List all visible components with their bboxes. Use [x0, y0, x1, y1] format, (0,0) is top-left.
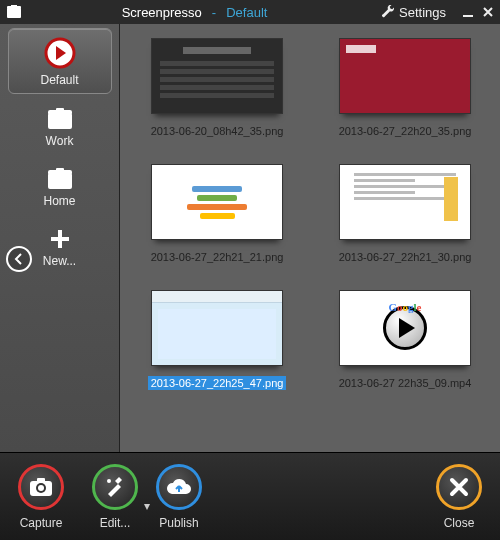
capture-label: Capture	[20, 516, 63, 530]
sidebar-item-label: Home	[43, 194, 75, 208]
folder-icon	[47, 108, 73, 130]
thumbnail-filename: 2013-06-27 22h35_09.mp4	[336, 376, 475, 390]
thumbnail-item[interactable]: 2013-06-27_22h25_47.png	[132, 290, 302, 390]
close-icon	[449, 477, 469, 497]
sidebar-item-home[interactable]: Home	[8, 160, 112, 214]
close-window-button[interactable]	[482, 6, 494, 18]
svg-rect-13	[51, 237, 69, 241]
svg-rect-11	[56, 168, 64, 172]
tools-icon	[104, 476, 126, 498]
svg-rect-0	[7, 8, 21, 18]
svg-point-17	[38, 485, 44, 491]
publish-button[interactable]: Publish	[156, 464, 202, 530]
thumbnail-item[interactable]: 2013-06-27_22h20_35.png	[320, 38, 490, 138]
main-area: Default Work Home New...	[0, 24, 500, 452]
thumbnail-grid: 2013-06-20_08h42_35.png 2013-06-27_22h20…	[120, 24, 500, 452]
bottom-toolbar: Capture Edit... ▾ Publish Close	[0, 452, 500, 540]
caret-down-icon: ▾	[144, 499, 150, 513]
minimize-button[interactable]	[462, 6, 474, 18]
settings-label: Settings	[399, 5, 446, 20]
svg-rect-8	[56, 108, 64, 112]
cloud-upload-icon	[166, 478, 192, 496]
close-label: Close	[444, 516, 475, 530]
app-title: Screenpresso	[122, 5, 202, 20]
close-button[interactable]: Close	[436, 464, 482, 530]
edit-label: Edit...	[100, 516, 131, 530]
sidebar-item-label: Default	[40, 73, 78, 87]
svg-point-18	[107, 479, 111, 483]
plus-icon	[49, 228, 71, 250]
thumbnail-item[interactable]: 2013-06-20_08h42_35.png	[132, 38, 302, 138]
svg-rect-15	[37, 478, 45, 483]
thumbnail-filename: 2013-06-27_22h20_35.png	[336, 124, 475, 138]
thumbnail-item[interactable]: 2013-06-27_22h21_30.png	[320, 164, 490, 264]
folder-icon	[47, 168, 73, 190]
thumbnail-item[interactable]: 2013-06-27_22h21_21.png	[132, 164, 302, 264]
svg-rect-9	[48, 173, 72, 189]
workspace-sidebar: Default Work Home New...	[0, 24, 120, 452]
thumbnail-filename: 2013-06-27_22h21_30.png	[336, 250, 475, 264]
settings-button[interactable]: Settings	[381, 5, 446, 20]
thumbnail-filename: 2013-06-20_08h42_35.png	[148, 124, 287, 138]
screenpresso-logo-icon	[44, 37, 76, 69]
sidebar-item-default[interactable]: Default	[8, 28, 112, 94]
edit-dropdown-button[interactable]: ▾	[144, 481, 150, 513]
chevron-left-icon	[14, 253, 24, 265]
camera-icon	[29, 477, 53, 497]
publish-label: Publish	[159, 516, 198, 530]
app-icon	[6, 5, 22, 19]
thumbnail-filename: 2013-06-27_22h25_47.png	[148, 376, 287, 390]
svg-rect-6	[48, 113, 72, 129]
titlebar: Screenpresso - Default Settings	[0, 0, 500, 24]
thumbnail-item[interactable]: Google 2013-06-27 22h35_09.mp4	[320, 290, 490, 390]
capture-button[interactable]: Capture	[18, 464, 64, 530]
title-separator: -	[208, 5, 220, 20]
workspace-name: Default	[226, 5, 267, 20]
wrench-icon	[381, 5, 395, 19]
sidebar-item-work[interactable]: Work	[8, 100, 112, 154]
svg-rect-2	[11, 5, 17, 7]
sidebar-item-label: New...	[43, 254, 76, 268]
thumbnail-filename: 2013-06-27_22h21_21.png	[148, 250, 287, 264]
svg-rect-3	[463, 15, 473, 17]
sidebar-item-label: Work	[46, 134, 74, 148]
collapse-sidebar-button[interactable]	[6, 246, 32, 272]
edit-button[interactable]: Edit...	[92, 464, 138, 530]
